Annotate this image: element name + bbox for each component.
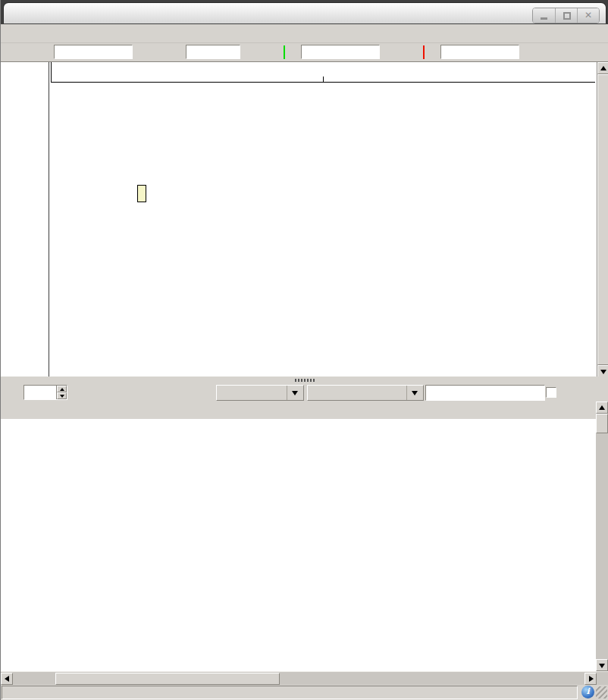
- scrollbar-right-button[interactable]: [584, 673, 597, 685]
- statusbar: i: [1, 685, 608, 700]
- scrollbar-down-button[interactable]: [596, 659, 608, 671]
- scrollbar-thumb[interactable]: [55, 673, 280, 685]
- arrow-right-icon: [589, 676, 594, 682]
- scrollbar-up-button[interactable]: [596, 402, 608, 414]
- pane-splitter[interactable]: [1, 377, 608, 384]
- table-horizontal-scrollbar[interactable]: [1, 671, 608, 685]
- close-button[interactable]: ✕: [577, 8, 599, 23]
- scrollbar-down-button[interactable]: [597, 365, 608, 377]
- chevron-down-icon: [292, 391, 298, 395]
- column-combo[interactable]: [216, 385, 304, 401]
- minimize-icon: [541, 17, 547, 20]
- cursor-value: [186, 45, 240, 59]
- time-axis: [51, 82, 595, 83]
- arrow-left-icon: [5, 676, 9, 682]
- graph-vertical-scrollbar[interactable]: [597, 62, 608, 377]
- scrollbar-up-button[interactable]: [597, 62, 608, 74]
- arrow-down-icon: [599, 664, 605, 668]
- search-input[interactable]: [425, 385, 545, 401]
- arrow-down-icon: [600, 370, 606, 374]
- splitter-handle-icon: [295, 379, 315, 382]
- status-message: [2, 686, 578, 699]
- plot-left-edge: [51, 62, 52, 83]
- maximize-icon: [563, 12, 571, 20]
- scrollbar-thumb[interactable]: [596, 414, 608, 433]
- kernelshark-window: ✕: [0, 0, 608, 700]
- combo-arrow: [406, 386, 423, 400]
- marker-a-value: [301, 45, 380, 59]
- spin-buttons: [56, 386, 67, 399]
- timeline-plot[interactable]: [49, 62, 596, 377]
- menubar: [1, 24, 608, 43]
- arrow-up-icon: [600, 66, 606, 70]
- window-buttons: ✕: [532, 8, 600, 23]
- maximize-button[interactable]: [555, 8, 577, 23]
- arrow-up-icon: [60, 388, 64, 391]
- marker-b-value: [440, 45, 519, 59]
- close-icon: ✕: [584, 10, 592, 20]
- table-header: [1, 402, 608, 419]
- scrollbar-left-button[interactable]: [1, 673, 13, 685]
- arrow-down-icon: [60, 395, 64, 398]
- scrollbar-thumb[interactable]: [597, 74, 608, 365]
- titlebar-panel: ✕: [3, 2, 606, 23]
- time-axis-center-tick: [323, 77, 324, 82]
- match-combo[interactable]: [307, 385, 424, 401]
- info-icon[interactable]: i: [581, 686, 594, 698]
- graph-follows-checkbox[interactable]: [546, 387, 556, 398]
- resize-grip-icon[interactable]: [596, 686, 607, 698]
- spin-up-button[interactable]: [57, 386, 67, 392]
- event-table: [1, 419, 596, 671]
- arrow-up-icon: [599, 405, 605, 410]
- minimize-button[interactable]: [533, 8, 555, 23]
- list-controls: [1, 384, 608, 402]
- pointer-value: [54, 45, 133, 59]
- graph-tooltip: [137, 185, 146, 202]
- graph-panel: [1, 61, 608, 377]
- page-spinbox[interactable]: [24, 385, 67, 400]
- table-vertical-scrollbar[interactable]: [596, 402, 608, 671]
- marker-b-badge: [423, 45, 425, 59]
- combo-arrow: [287, 386, 303, 400]
- infobar: [1, 43, 608, 61]
- marker-a-badge: [284, 45, 285, 59]
- spin-down-button[interactable]: [57, 392, 67, 399]
- titlebar[interactable]: ✕: [1, 0, 608, 24]
- chevron-down-icon: [412, 391, 418, 395]
